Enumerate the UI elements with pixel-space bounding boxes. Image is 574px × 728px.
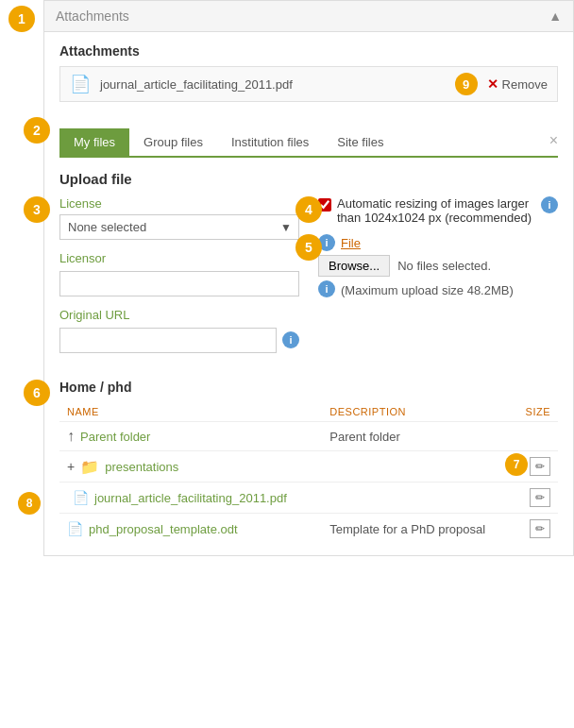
- attachment-filename: journal_article_facilitating_2011.pdf: [100, 77, 446, 92]
- step-2-circle: 2: [24, 117, 50, 144]
- tab-institution-files[interactable]: Institution files: [217, 128, 323, 156]
- original-url-field-group: Original URL i: [59, 308, 299, 353]
- journal-file-icon: 📄: [73, 490, 89, 505]
- attachments-header-title: Attachments: [56, 8, 539, 24]
- presentations-desc: [322, 451, 513, 483]
- tabs-wrapper: My files Group files Institution files S…: [59, 128, 558, 158]
- journal-file-size: ✏: [514, 483, 559, 514]
- browse-button[interactable]: Browse...: [318, 255, 390, 277]
- remove-x-icon: ✕: [487, 76, 498, 92]
- presentations-size: 7 ✏: [514, 451, 559, 483]
- max-upload-text: (Maximum upload size 48.2MB): [341, 283, 514, 297]
- journal-edit-button[interactable]: ✏: [530, 488, 550, 507]
- auto-resize-info-icon[interactable]: i: [541, 196, 558, 213]
- step-9-circle: 9: [455, 73, 478, 95]
- original-url-label: Original URL: [59, 308, 299, 322]
- step-3-circle: 3: [24, 196, 50, 223]
- parent-folder-desc: Parent folder: [322, 422, 513, 451]
- auto-resize-text: Automatic resizing of images larger than…: [337, 196, 532, 225]
- no-file-text: No files selected.: [397, 259, 491, 273]
- license-select-wrapper: None selected Creative Commons Public Do…: [59, 214, 299, 240]
- journal-file-desc: [322, 483, 513, 514]
- col-size: SIZE: [514, 402, 559, 422]
- phd-edit-button[interactable]: ✏: [530, 519, 550, 538]
- col-description: DESCRIPTION: [322, 402, 513, 422]
- presentations-edit-button[interactable]: ✏: [530, 457, 550, 476]
- folder-plus-icon: +: [67, 459, 75, 474]
- original-url-input[interactable]: [59, 328, 277, 353]
- licensor-field-group: Licensor: [59, 251, 299, 296]
- licensor-label: Licensor: [59, 251, 299, 265]
- attachment-file-row: 📄 journal_article_facilitating_2011.pdf …: [59, 66, 558, 102]
- max-upload-info-icon[interactable]: i: [318, 280, 335, 297]
- collapse-icon[interactable]: ▲: [549, 8, 562, 24]
- table-row: 📄 phd_proposal_template.odt Template for…: [59, 514, 558, 545]
- tabs-close-icon[interactable]: ×: [549, 132, 558, 149]
- folder-icon: 📁: [80, 458, 99, 476]
- url-info-icon[interactable]: i: [282, 331, 299, 348]
- remove-label: Remove: [502, 77, 548, 92]
- upload-title: Upload file: [59, 171, 558, 187]
- parent-folder-icon: ↑: [67, 428, 75, 445]
- license-select[interactable]: None selected Creative Commons Public Do…: [59, 214, 299, 240]
- parent-folder-link[interactable]: Parent folder: [80, 430, 150, 444]
- parent-folder-size: [514, 422, 559, 451]
- remove-button[interactable]: ✕ Remove: [487, 76, 548, 92]
- phd-file-link[interactable]: phd_proposal_template.odt: [89, 522, 238, 536]
- col-name: NAME: [59, 402, 322, 422]
- file-label-link[interactable]: File: [341, 236, 361, 250]
- step-6-circle: 6: [24, 380, 50, 406]
- license-field-group: License None selected Creative Commons P…: [59, 196, 299, 240]
- step-1-circle: 1: [8, 6, 35, 32]
- step-5-circle: 5: [295, 234, 322, 261]
- breadcrumb-home[interactable]: Home: [59, 380, 96, 395]
- breadcrumb-sep: /: [100, 380, 104, 395]
- attachments-header: Attachments ▲: [43, 0, 574, 32]
- journal-file-link[interactable]: journal_article_facilitating_2011.pdf: [94, 491, 287, 505]
- presentations-link[interactable]: presentations: [105, 460, 178, 474]
- step-4-circle: 4: [295, 196, 322, 223]
- tab-group-files[interactable]: Group files: [129, 128, 217, 156]
- file-table: NAME DESCRIPTION SIZE ↑ Parent folder: [59, 402, 558, 544]
- table-row: 8 📄 journal_article_facilitating_2011.pd…: [59, 483, 558, 514]
- step-7-circle: 7: [505, 453, 528, 476]
- attachment-file-icon: 📄: [70, 74, 91, 94]
- phd-file-icon: 📄: [67, 521, 83, 536]
- licensor-input[interactable]: [59, 271, 299, 296]
- breadcrumb-current: phd: [108, 380, 132, 395]
- table-row: + 📁 presentations 7: [59, 451, 558, 483]
- attachments-section-label: Attachments: [59, 43, 558, 59]
- license-label: License: [59, 196, 299, 211]
- phd-file-desc: Template for a PhD proposal: [322, 514, 513, 545]
- tab-site-files[interactable]: Site files: [323, 128, 397, 156]
- tab-my-files[interactable]: My files: [59, 128, 129, 156]
- breadcrumb: Home / phd: [59, 380, 558, 395]
- table-row: ↑ Parent folder Parent folder: [59, 422, 558, 451]
- step-8-circle: 8: [18, 492, 41, 515]
- phd-file-size: ✏: [514, 514, 559, 545]
